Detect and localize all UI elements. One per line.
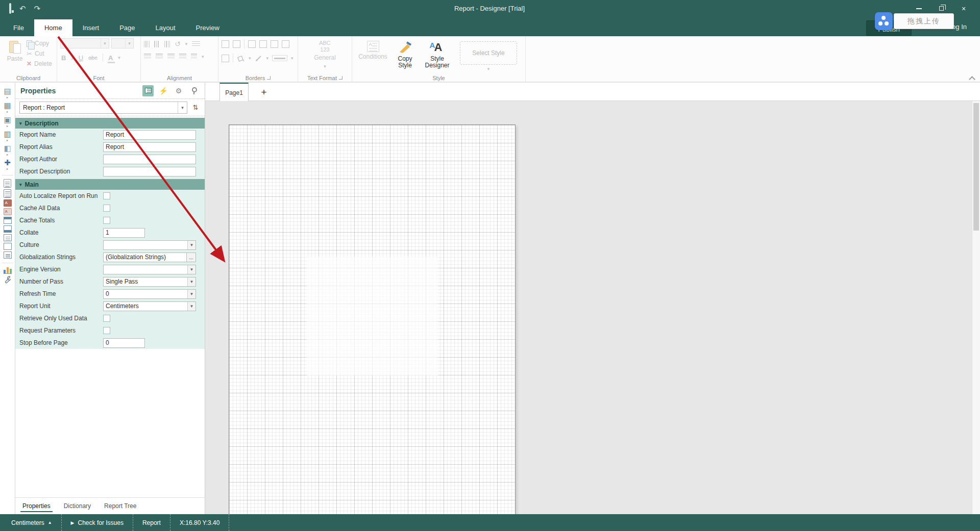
border-left-icon[interactable]	[248, 40, 256, 48]
cut-button[interactable]: ✂Cut	[27, 49, 52, 58]
rich-text-icon[interactable]	[1, 199, 14, 207]
align-left-icon[interactable]	[144, 54, 151, 59]
panel-bottom-icon[interactable]	[1, 225, 14, 233]
align-middle-icon[interactable]	[154, 41, 160, 47]
upload-overlay[interactable]: 拖拽上传	[875, 12, 954, 30]
align-justify-icon[interactable]	[179, 54, 186, 59]
redo-icon[interactable]: ↷	[34, 4, 41, 13]
tools-icon[interactable]	[1, 275, 14, 284]
report-name-input[interactable]	[103, 130, 196, 140]
pin-panel-icon[interactable]	[188, 85, 200, 96]
request-parameters-checkbox[interactable]	[103, 327, 110, 334]
border-right-icon[interactable]	[271, 40, 278, 48]
chart-icon[interactable]	[1, 267, 14, 274]
line-style-dropdown-icon[interactable]: ▾	[291, 56, 293, 61]
delete-button[interactable]: ✕Delete	[27, 60, 52, 68]
section-header-description[interactable]: ▾Description	[15, 118, 205, 129]
collapse-ribbon-icon[interactable]	[969, 75, 975, 81]
sort-properties-icon[interactable]: ⇅	[190, 102, 201, 113]
section-header-main[interactable]: ▾Main	[15, 179, 205, 190]
check-for-issues-button[interactable]: ▶Check for Issues	[62, 514, 133, 531]
menu-tab-preview[interactable]: Preview	[186, 19, 230, 36]
save-icon[interactable]	[9, 4, 11, 13]
engine-version-select[interactable]: ▼	[103, 265, 196, 274]
underline-button[interactable]: U	[79, 54, 83, 62]
select-style-dropdown-icon[interactable]: ▾	[487, 66, 490, 71]
font-color-dropdown-icon[interactable]: ▾	[118, 55, 120, 60]
panel-tab-dictionary[interactable]: Dictionary	[64, 498, 91, 514]
align-top-icon[interactable]	[144, 41, 150, 47]
number-of-pass-select[interactable]: Single Pass▼	[103, 277, 196, 287]
strikethrough-button[interactable]: abc	[88, 55, 97, 61]
text-icon[interactable]	[1, 179, 14, 188]
close-icon[interactable]: ×	[952, 2, 975, 16]
report-unit-select[interactable]: Centimeters▼	[103, 301, 196, 311]
globalization-strings-browse-button[interactable]: ...	[187, 252, 196, 262]
culture-select[interactable]: ▼	[103, 240, 196, 250]
border-top-icon[interactable]	[259, 40, 267, 48]
scrollbar-thumb[interactable]	[973, 103, 979, 231]
fill-color-dropdown-icon[interactable]: ▾	[249, 56, 251, 61]
bands-icon[interactable]: ▤▸	[1, 87, 14, 99]
text-format-dropdown-icon[interactable]: ▾	[324, 63, 326, 70]
collate-input[interactable]	[103, 228, 145, 238]
panel-top-icon[interactable]	[1, 217, 14, 224]
italic-button[interactable]: I	[71, 54, 73, 62]
menu-tab-insert[interactable]: Insert	[72, 19, 110, 36]
report-status-tab[interactable]: Report	[133, 514, 170, 531]
panel-tab-properties[interactable]: Properties	[22, 498, 51, 514]
page-tab-page1[interactable]: Page1	[219, 83, 249, 102]
line-spacing-icon[interactable]	[191, 54, 197, 59]
vertical-scrollbar[interactable]	[972, 101, 980, 514]
rotation-dropdown-icon[interactable]: ▾	[185, 41, 188, 46]
menu-tab-home[interactable]: Home	[34, 19, 72, 36]
panel-tab-report-tree[interactable]: Report Tree	[104, 498, 136, 514]
auto-localize-report-on-run-checkbox[interactable]	[103, 192, 110, 199]
menu-tab-layout[interactable]: Layout	[145, 19, 186, 36]
font-name-select[interactable]: ▾	[60, 38, 109, 48]
align-right-icon[interactable]	[167, 54, 175, 59]
line-style-icon[interactable]	[272, 55, 287, 61]
netdisk-icon[interactable]	[875, 12, 893, 30]
select-style-button[interactable]: Select Style	[460, 41, 517, 65]
report-page[interactable]	[229, 124, 516, 514]
border-all-icon[interactable]	[222, 40, 229, 48]
unit-selector[interactable]: Centimeters▲	[0, 514, 62, 531]
borders-dialog-launcher-icon[interactable]	[267, 76, 271, 80]
retrieve-only-used-data-checkbox[interactable]	[103, 315, 110, 322]
copy-style-button[interactable]: Copy Style	[390, 38, 420, 73]
menu-tab-page[interactable]: Page	[109, 19, 145, 36]
report-description-input[interactable]	[103, 167, 196, 176]
cache-totals-checkbox[interactable]	[103, 217, 110, 224]
design-surface[interactable]	[205, 101, 980, 514]
report-author-input[interactable]	[103, 155, 196, 164]
menu-tab-file[interactable]: File	[3, 19, 34, 36]
shapes-icon[interactable]: ◧▸	[1, 144, 14, 157]
object-selector-dropdown[interactable]: Report : Report ▾	[19, 102, 187, 114]
text-rotation-icon[interactable]: ↺	[175, 40, 181, 47]
report-alias-input[interactable]	[103, 142, 196, 152]
text-options-icon[interactable]	[192, 41, 200, 47]
properties-view-icon[interactable]	[142, 85, 154, 96]
line-color-icon[interactable]	[255, 55, 263, 62]
paste-button[interactable]: Paste	[3, 38, 27, 73]
undo-icon[interactable]: ↶	[19, 4, 26, 13]
barcodes-icon[interactable]: ▥▸	[1, 130, 14, 142]
font-size-select[interactable]: ▾	[111, 38, 134, 48]
line-color-dropdown-icon[interactable]: ▾	[266, 56, 269, 61]
font-color-button[interactable]: A	[108, 54, 113, 62]
globalization-strings-input[interactable]	[103, 252, 187, 262]
add-page-button[interactable]: +	[256, 83, 272, 102]
copy-button[interactable]: Copy	[27, 39, 52, 47]
signatures-icon[interactable]: ✚▸	[1, 158, 14, 171]
text-format-button[interactable]: ABC 123 General ▾	[301, 38, 349, 73]
align-center-icon[interactable]	[156, 54, 163, 59]
refresh-time-select[interactable]: 0▼	[103, 289, 196, 299]
border-bottom-icon[interactable]	[282, 40, 289, 48]
style-designer-button[interactable]: AA Style Designer	[423, 38, 452, 73]
cross-bands-icon[interactable]: ▦▸	[1, 101, 14, 114]
container-icon[interactable]	[1, 243, 14, 250]
line-spacing-dropdown-icon[interactable]: ▾	[202, 54, 204, 59]
fill-color-icon[interactable]	[237, 55, 245, 62]
rich-text-alt-icon[interactable]	[1, 208, 14, 215]
